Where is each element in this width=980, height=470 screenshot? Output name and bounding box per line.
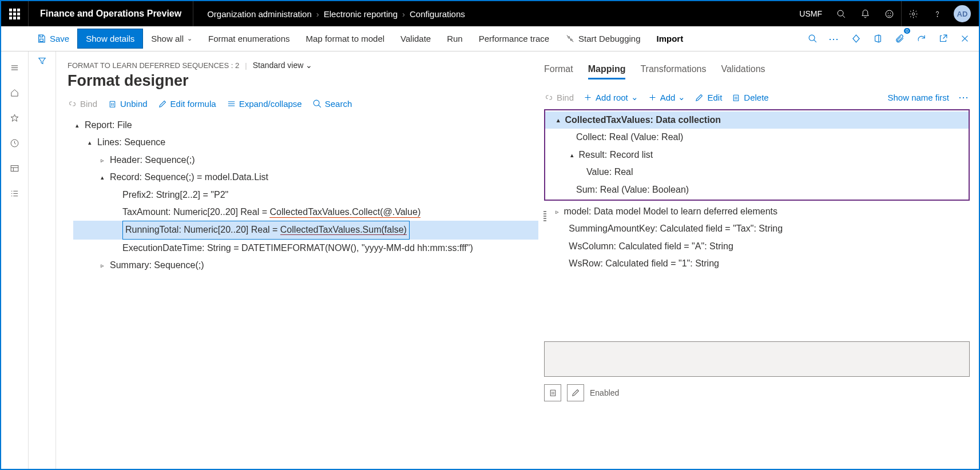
divider: | bbox=[245, 61, 247, 70]
legal-entity[interactable]: USMF bbox=[792, 9, 829, 18]
start-debugging-button[interactable]: Start Debugging bbox=[557, 29, 648, 48]
search-button[interactable]: Search bbox=[312, 99, 352, 109]
refresh-icon[interactable] bbox=[911, 29, 931, 49]
search-icon[interactable] bbox=[803, 29, 822, 49]
collapse-icon[interactable]: ▴ bbox=[73, 120, 81, 132]
chevron-down-icon: ⌄ bbox=[631, 92, 638, 102]
hamburger-icon[interactable] bbox=[1, 56, 29, 79]
expand-collapse-button[interactable]: Expand/collapse bbox=[227, 99, 302, 109]
breadcrumb-item[interactable]: Organization administration bbox=[207, 9, 312, 19]
tab-format[interactable]: Format bbox=[544, 64, 573, 79]
expand-icon[interactable]: ▹ bbox=[98, 154, 106, 166]
map-node[interactable]: SummingAmountKey: Calculated field = "Ta… bbox=[544, 220, 970, 237]
svg-rect-7 bbox=[40, 39, 43, 41]
close-icon[interactable] bbox=[955, 29, 974, 49]
attachments-icon[interactable]: 0 bbox=[890, 29, 909, 49]
map-node-selected[interactable]: ▴ CollectedTaxValues: Data collection bbox=[545, 111, 969, 129]
edit-button[interactable]: Edit bbox=[695, 93, 722, 102]
show-all-button[interactable]: Show all ⌄ bbox=[143, 29, 200, 48]
edit-icon[interactable] bbox=[567, 384, 584, 401]
unbind-button[interactable]: Unbind bbox=[108, 99, 148, 109]
delete-button[interactable]: Delete bbox=[731, 93, 768, 102]
run-label: Run bbox=[447, 34, 463, 43]
map-node[interactable]: Value: Real bbox=[545, 164, 969, 181]
show-details-button[interactable]: Show details bbox=[77, 29, 143, 49]
map-node[interactable]: Sum: Real (Value: Boolean) bbox=[545, 181, 969, 198]
tab-mapping[interactable]: Mapping bbox=[588, 64, 626, 79]
diamond-icon[interactable] bbox=[846, 29, 866, 49]
tab-validations[interactable]: Validations bbox=[721, 64, 765, 79]
expand-icon[interactable]: ▹ bbox=[553, 206, 561, 218]
bell-icon[interactable] bbox=[853, 1, 877, 26]
tree-node[interactable]: ExecutionDateTime: String = DATETIMEFORM… bbox=[73, 240, 538, 257]
map-format-button[interactable]: Map format to model bbox=[298, 29, 393, 48]
collapse-icon[interactable]: ▴ bbox=[86, 137, 94, 149]
gear-icon[interactable] bbox=[901, 1, 925, 26]
delete-icon[interactable] bbox=[544, 384, 561, 401]
map-node[interactable]: ▴ Result: Record list bbox=[545, 146, 969, 164]
recent-icon[interactable] bbox=[1, 132, 29, 154]
tree-node[interactable]: ▴Lines: Sequence bbox=[73, 134, 538, 151]
add-root-button[interactable]: Add root ⌄ bbox=[583, 92, 638, 102]
format-enumerations-button[interactable]: Format enumerations bbox=[200, 29, 298, 48]
breadcrumb-item[interactable]: Configurations bbox=[410, 9, 465, 19]
show-name-first-button[interactable]: Show name first bbox=[887, 93, 949, 102]
map-node[interactable]: WsRow: Calculated field = "1": String bbox=[544, 255, 970, 272]
more-icon[interactable]: ⋯ bbox=[958, 91, 970, 103]
tree-node[interactable]: ▹Summary: Sequence(;) bbox=[73, 257, 538, 274]
office-icon[interactable] bbox=[868, 29, 887, 49]
add-root-label: Add root bbox=[596, 93, 628, 102]
search-icon[interactable] bbox=[829, 1, 853, 26]
map-node[interactable]: ▹ model: Data model Model to learn defer… bbox=[544, 203, 970, 220]
formula-textarea[interactable] bbox=[544, 341, 970, 377]
star-icon[interactable] bbox=[1, 106, 29, 129]
expand-icon[interactable]: ▹ bbox=[98, 260, 106, 272]
import-button[interactable]: Import bbox=[649, 29, 692, 48]
add-button[interactable]: Add ⌄ bbox=[648, 92, 686, 102]
view-dropdown[interactable]: Standard view ⌄ bbox=[253, 61, 313, 70]
tree-node[interactable]: ▴Report: File bbox=[73, 117, 538, 134]
bind-label: Bind bbox=[80, 99, 97, 109]
svg-line-31 bbox=[318, 105, 320, 107]
tree-node[interactable]: TaxAmount: Numeric[20..20] Real = Collec… bbox=[73, 204, 538, 221]
view-label: Standard view bbox=[253, 61, 304, 70]
run-button[interactable]: Run bbox=[439, 29, 471, 48]
edit-formula-button[interactable]: Edit formula bbox=[158, 99, 216, 109]
avatar[interactable]: AD bbox=[954, 5, 971, 22]
format-tree: ▴Report: File ▴Lines: Sequence ▹Header: … bbox=[68, 117, 538, 274]
chevron-right-icon: › bbox=[316, 9, 319, 19]
page-subtitle: FORMAT TO LEARN DEFERRED SEQUENCES : 2 bbox=[68, 61, 239, 70]
tab-transformations[interactable]: Transformations bbox=[640, 64, 706, 79]
validate-button[interactable]: Validate bbox=[392, 29, 439, 48]
more-icon[interactable]: ⋯ bbox=[824, 29, 844, 49]
tree-label: Report: File bbox=[85, 117, 132, 134]
collapse-icon[interactable]: ▴ bbox=[568, 149, 576, 161]
svg-point-30 bbox=[314, 100, 319, 106]
map-node[interactable]: Collect: Real (Value: Real) bbox=[545, 129, 969, 146]
breadcrumb-item[interactable]: Electronic reporting bbox=[324, 9, 398, 19]
map-node[interactable]: WsColumn: Calculated field = "A": String bbox=[544, 238, 970, 255]
collapse-icon[interactable]: ▴ bbox=[554, 114, 562, 126]
tree-node[interactable]: ▴Record: Sequence(;) = model.Data.List bbox=[73, 169, 538, 186]
tree-formula: CollectedTaxValues.Collect(@.Value) bbox=[269, 207, 420, 218]
collapse-icon[interactable]: ▴ bbox=[98, 172, 106, 184]
performance-trace-button[interactable]: Performance trace bbox=[471, 29, 557, 48]
breadcrumb: Organization administration › Electronic… bbox=[193, 9, 479, 19]
smiley-icon[interactable] bbox=[877, 1, 901, 26]
popout-icon[interactable] bbox=[933, 29, 953, 49]
home-icon[interactable] bbox=[1, 81, 29, 104]
tree-node-selected[interactable]: RunningTotal: Numeric[20..20] Real = Col… bbox=[73, 221, 538, 239]
enabled-label: Enabled bbox=[590, 388, 619, 397]
top-header: Finance and Operations Preview Organizat… bbox=[1, 1, 979, 26]
tree-node[interactable]: Prefix2: String[2..2] = "P2" bbox=[73, 186, 538, 204]
splitter[interactable] bbox=[543, 211, 546, 221]
svg-line-1 bbox=[842, 15, 844, 17]
modules-icon[interactable] bbox=[1, 182, 29, 205]
tree-node[interactable]: ▹Header: Sequence(;) bbox=[73, 152, 538, 169]
show-all-label: Show all bbox=[151, 34, 184, 43]
app-launcher-icon[interactable] bbox=[1, 1, 29, 26]
help-icon[interactable] bbox=[925, 1, 949, 26]
save-button[interactable]: Save bbox=[29, 29, 77, 48]
filter-pane[interactable] bbox=[29, 51, 56, 469]
workspaces-icon[interactable] bbox=[1, 157, 29, 180]
